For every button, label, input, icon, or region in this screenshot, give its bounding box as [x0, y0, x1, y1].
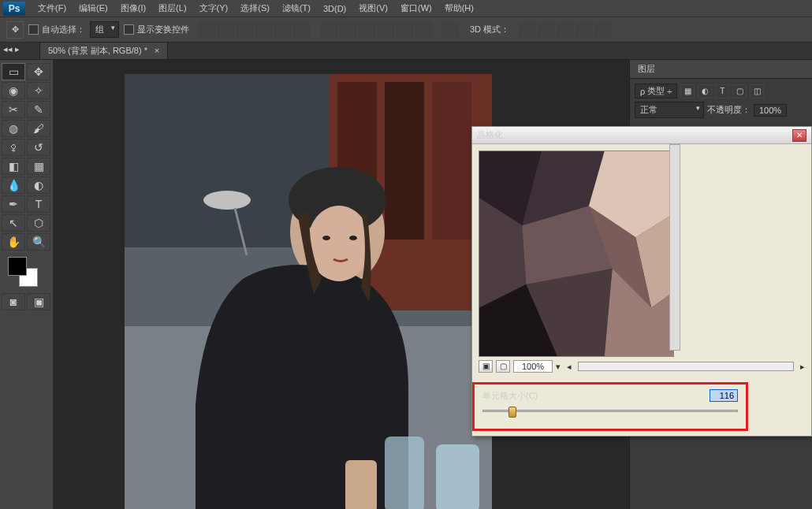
- gradient-tool[interactable]: ▦: [27, 158, 50, 175]
- menu-help[interactable]: 帮助(H): [438, 0, 480, 17]
- align-btn-5[interactable]: [274, 23, 292, 37]
- dodge-tool[interactable]: ◐: [27, 176, 50, 194]
- dist-btn-5[interactable]: [396, 23, 413, 37]
- filter-adjust-icon[interactable]: ◐: [698, 84, 712, 98]
- stamp-tool[interactable]: ⧬: [2, 139, 25, 156]
- blend-mode-select[interactable]: 正常: [635, 102, 704, 118]
- toolbox: ▭✥ ◉✧ ✂✎ ◍🖌 ⧬↺ ◧▦ 💧◐ ✒T ↖⬡ ✋🔍 ◙▣: [0, 60, 54, 509]
- menu-view[interactable]: 视图(V): [352, 0, 394, 17]
- svg-rect-12: [385, 437, 424, 509]
- auto-select-dropdown[interactable]: 组: [90, 21, 119, 38]
- zoom-value[interactable]: 100%: [513, 360, 553, 373]
- document-tab-label: 50% (背景 副本, RGB/8) *: [48, 46, 147, 55]
- filter-preview[interactable]: [479, 150, 674, 357]
- opacity-value[interactable]: 100%: [754, 104, 787, 117]
- align-btn-6[interactable]: [293, 23, 311, 37]
- align-btn-2[interactable]: [218, 23, 235, 37]
- menu-window[interactable]: 窗口(W): [394, 0, 438, 17]
- zoom-tool[interactable]: 🔍: [27, 233, 50, 251]
- blur-tool[interactable]: 💧: [2, 176, 25, 194]
- align-btn-4[interactable]: [255, 23, 273, 37]
- color-swatches[interactable]: [8, 257, 39, 288]
- dist-btn-4[interactable]: [377, 23, 394, 37]
- menubar: Ps 文件(F) 编辑(E) 图像(I) 图层(L) 文字(Y) 选择(S) 滤…: [0, 0, 812, 17]
- dialog-close-button[interactable]: ✕: [792, 129, 806, 142]
- menu-select[interactable]: 选择(S): [234, 0, 276, 17]
- cell-size-value[interactable]: 116: [710, 389, 738, 402]
- zoom-next-icon[interactable]: ▸: [800, 362, 805, 372]
- screenmode-tool[interactable]: ▣: [27, 293, 50, 310]
- menu-edit[interactable]: 编辑(E): [73, 0, 114, 17]
- svg-rect-5: [432, 82, 471, 240]
- menu-type[interactable]: 文字(Y): [193, 0, 235, 17]
- filter-type-icon[interactable]: T: [715, 84, 729, 98]
- layers-panel-tab[interactable]: 图层: [630, 60, 812, 79]
- menu-filter[interactable]: 滤镜(T): [276, 0, 317, 17]
- align-btn-1[interactable]: [199, 23, 216, 37]
- history-brush-tool[interactable]: ↺: [27, 139, 50, 156]
- zoom-prev-icon[interactable]: ◂: [567, 362, 572, 372]
- pen-tool[interactable]: ✒: [2, 195, 25, 213]
- shape-tool[interactable]: ⬡: [27, 214, 50, 232]
- dialog-body: ▣ ▢ 100% ▾ ◂ ▸ 确定 默认 单元格大小(C) 116: [472, 144, 811, 379]
- dist-btn-1[interactable]: [320, 23, 337, 37]
- wand-tool[interactable]: ✧: [27, 82, 50, 99]
- preview-vscroll[interactable]: [669, 144, 680, 351]
- arrange-group: [441, 23, 459, 37]
- svg-point-11: [349, 236, 357, 240]
- heal-tool[interactable]: ◍: [2, 120, 25, 137]
- svg-point-15: [203, 191, 251, 210]
- menu-3d[interactable]: 3D(D): [317, 2, 352, 16]
- menu-layer[interactable]: 图层(L): [152, 0, 192, 17]
- zoom-in-button[interactable]: ▢: [496, 360, 510, 373]
- path-tool[interactable]: ↖: [2, 214, 25, 232]
- zoom-dropdown-icon[interactable]: ▾: [556, 362, 561, 372]
- 3d-btn-4[interactable]: [575, 23, 593, 37]
- highlighted-parameter-area: 单元格大小(C) 116: [472, 382, 748, 431]
- filter-pixel-icon[interactable]: ▦: [680, 84, 695, 98]
- 3d-btn-3[interactable]: [557, 23, 574, 37]
- move-tool-indicator[interactable]: ✥: [6, 21, 24, 39]
- show-transform-checkbox[interactable]: [124, 24, 134, 35]
- lasso-tool[interactable]: ◉: [2, 82, 25, 99]
- crop-tool[interactable]: ✂: [2, 101, 25, 118]
- document-tab[interactable]: 50% (背景 副本, RGB/8) * ×: [39, 42, 168, 59]
- layer-filter-kind[interactable]: ρ 类型 ÷: [635, 84, 677, 98]
- menu-file[interactable]: 文件(F): [32, 0, 73, 17]
- auto-select-checkbox[interactable]: [28, 24, 39, 35]
- zoom-out-button[interactable]: ▣: [479, 360, 493, 373]
- eyedropper-tool[interactable]: ✎: [27, 101, 50, 118]
- filter-smart-icon[interactable]: ◫: [750, 84, 764, 98]
- close-tab-icon[interactable]: ×: [155, 46, 159, 55]
- dist-btn-3[interactable]: [358, 23, 375, 37]
- foreground-color[interactable]: [8, 257, 27, 276]
- tabbar-collapse[interactable]: ◂◂ ▸: [3, 44, 20, 54]
- quickmask-tool[interactable]: ◙: [2, 293, 25, 310]
- svg-rect-13: [436, 444, 479, 509]
- hand-tool[interactable]: ✋: [2, 233, 25, 251]
- cell-size-slider[interactable]: [482, 410, 738, 412]
- filter-shape-icon[interactable]: ▢: [732, 84, 747, 98]
- 3d-btn-1[interactable]: [519, 23, 536, 37]
- dist-btn-6[interactable]: [415, 23, 432, 37]
- 3d-btn-5[interactable]: [594, 23, 612, 37]
- svg-point-10: [322, 236, 330, 240]
- cell-size-label: 单元格大小(C): [482, 390, 538, 402]
- arr-btn-1[interactable]: [441, 23, 459, 37]
- align-group: [199, 23, 311, 37]
- eraser-tool[interactable]: ◧: [2, 158, 25, 175]
- svg-rect-4: [385, 82, 424, 240]
- move-tool[interactable]: ✥: [27, 63, 50, 80]
- dialog-title-text: 晶格化: [477, 129, 503, 141]
- 3d-btn-2[interactable]: [538, 23, 555, 37]
- brush-tool[interactable]: 🖌: [27, 120, 50, 137]
- dist-btn-2[interactable]: [339, 23, 356, 37]
- menu-image[interactable]: 图像(I): [114, 0, 152, 17]
- dialog-titlebar[interactable]: 晶格化 ✕: [472, 127, 811, 144]
- show-transform-group: 显示变换控件: [124, 24, 189, 35]
- type-tool[interactable]: T: [27, 195, 50, 213]
- marquee-tool[interactable]: ▭: [2, 63, 25, 80]
- align-btn-3[interactable]: [237, 23, 254, 37]
- zoom-scroll[interactable]: [578, 362, 794, 371]
- slider-thumb[interactable]: [508, 407, 516, 418]
